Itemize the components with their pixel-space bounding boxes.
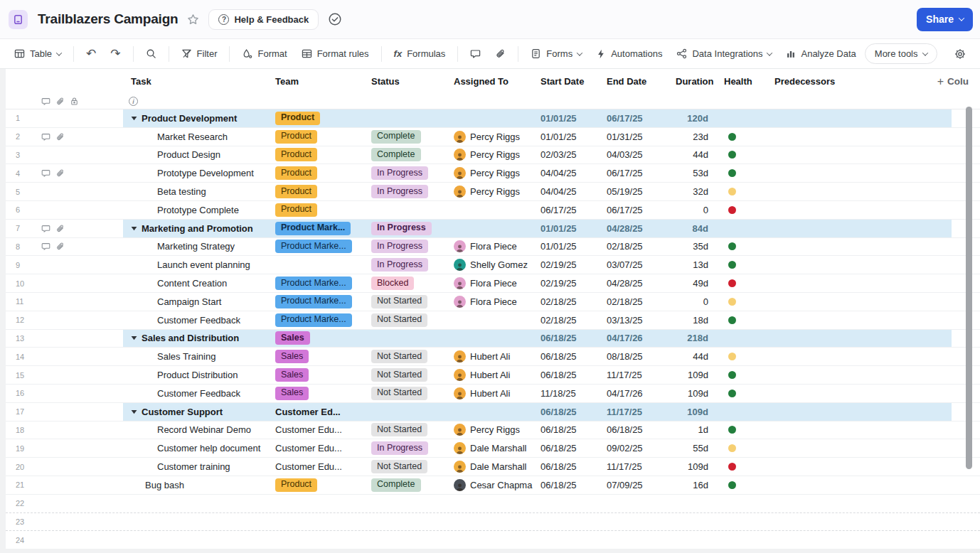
start-date-cell[interactable]: 01/01/25 <box>539 109 605 127</box>
start-date-cell[interactable]: 02/19/25 <box>539 256 605 274</box>
task-cell[interactable]: Customer help document <box>123 439 274 457</box>
start-date-cell[interactable]: 06/18/25 <box>539 422 605 439</box>
assignee-cell[interactable]: Percy Riggs <box>452 164 539 182</box>
search-button[interactable] <box>140 44 162 63</box>
start-date-cell[interactable] <box>539 495 605 512</box>
duration-cell[interactable]: 84d <box>674 220 714 237</box>
assignee-cell[interactable]: Hubert Ali <box>452 366 539 384</box>
assignee-cell[interactable] <box>452 330 539 348</box>
end-date-cell[interactable]: 04/03/25 <box>605 146 674 164</box>
start-date-cell[interactable]: 04/04/25 <box>539 183 605 200</box>
end-date-cell[interactable] <box>605 495 674 512</box>
health-cell[interactable] <box>714 403 757 421</box>
end-date-cell[interactable]: 04/17/26 <box>605 330 674 348</box>
health-cell[interactable] <box>714 109 757 127</box>
row-attachment-icon[interactable] <box>55 224 65 233</box>
status-cell[interactable]: In Progress <box>370 183 452 200</box>
team-cell[interactable]: Product <box>274 183 370 200</box>
status-cell[interactable]: Complete <box>370 476 452 494</box>
task-cell[interactable]: Sales and Distribution <box>123 330 274 348</box>
status-cell[interactable]: In Progress <box>370 439 452 457</box>
health-cell[interactable] <box>714 183 757 200</box>
team-cell[interactable]: Product Marke... <box>274 274 370 292</box>
predecessors-cell[interactable] <box>757 348 828 365</box>
row-attachment-icon[interactable] <box>55 242 65 251</box>
health-cell[interactable] <box>714 164 757 182</box>
team-cell[interactable]: Sales <box>274 348 370 365</box>
help-feedback-button[interactable]: ? Help & Feedback <box>208 9 319 30</box>
start-date-cell[interactable]: 02/18/25 <box>539 293 605 311</box>
duration-cell[interactable] <box>674 495 714 512</box>
predecessors-cell[interactable] <box>757 458 828 476</box>
predecessors-cell[interactable] <box>757 183 828 200</box>
task-cell[interactable]: Content Creation <box>123 274 274 292</box>
duration-cell[interactable]: 16d <box>674 476 714 494</box>
assignee-cell[interactable] <box>452 311 539 329</box>
predecessors-cell[interactable] <box>757 385 828 402</box>
team-cell[interactable]: Sales <box>274 385 370 402</box>
start-date-cell[interactable]: 06/18/25 <box>539 348 605 365</box>
row-comment-icon[interactable] <box>41 224 50 233</box>
row-comment-icon[interactable] <box>41 132 50 141</box>
predecessors-cell[interactable] <box>757 513 828 531</box>
start-date-cell[interactable]: 06/17/25 <box>539 201 605 219</box>
row-number[interactable]: 10 <box>6 274 38 292</box>
predecessors-cell[interactable] <box>757 274 828 292</box>
assignee-cell[interactable] <box>452 495 539 512</box>
status-cell[interactable] <box>370 531 452 549</box>
start-date-cell[interactable]: 06/18/25 <box>539 476 605 494</box>
column-header-start-date[interactable]: Start Date <box>539 76 605 87</box>
status-cell[interactable] <box>370 403 452 421</box>
team-cell[interactable]: Sales <box>274 366 370 384</box>
status-cell[interactable]: Not Started <box>370 422 452 439</box>
start-date-cell[interactable]: 06/18/25 <box>539 366 605 384</box>
predecessors-cell[interactable] <box>757 311 828 329</box>
health-cell[interactable] <box>714 256 757 274</box>
task-cell[interactable] <box>123 495 274 512</box>
row-number[interactable]: 24 <box>6 531 38 549</box>
collapse-caret-icon[interactable] <box>129 409 138 414</box>
share-button[interactable]: Share <box>917 8 973 31</box>
team-cell[interactable]: Product <box>274 128 370 146</box>
team-cell[interactable]: Product Marke... <box>274 311 370 329</box>
more-tools-button[interactable]: More tools <box>865 43 937 64</box>
info-icon[interactable]: i <box>129 97 138 106</box>
status-cell[interactable] <box>370 109 452 127</box>
duration-cell[interactable]: 109d <box>674 385 714 402</box>
status-cell[interactable]: In Progress <box>370 238 452 256</box>
end-date-cell[interactable]: 01/31/25 <box>605 128 674 146</box>
assignee-cell[interactable] <box>452 531 539 549</box>
team-cell[interactable]: Product Marke... <box>274 238 370 256</box>
task-cell[interactable]: Beta testing <box>123 183 274 200</box>
row-number[interactable]: 7 <box>6 220 38 237</box>
end-date-cell[interactable]: 05/19/25 <box>605 183 674 200</box>
assignee-cell[interactable]: Flora Piece <box>452 274 539 292</box>
team-cell[interactable]: Product <box>274 201 370 219</box>
assignee-cell[interactable]: Percy Riggs <box>452 422 539 439</box>
start-date-cell[interactable]: 06/18/25 <box>539 439 605 457</box>
analyze-data-button[interactable]: Analyze Data <box>780 44 861 63</box>
health-cell[interactable] <box>714 238 757 256</box>
team-cell[interactable]: Customer Edu... <box>274 458 370 476</box>
assignee-cell[interactable]: Percy Riggs <box>452 146 539 164</box>
row-number[interactable]: 13 <box>6 330 38 348</box>
assignee-cell[interactable] <box>452 220 539 237</box>
duration-cell[interactable]: 1d <box>674 422 714 439</box>
task-cell[interactable] <box>123 513 274 531</box>
task-cell[interactable]: Product Development <box>123 109 274 127</box>
predecessors-cell[interactable] <box>757 330 828 348</box>
health-cell[interactable] <box>714 128 757 146</box>
status-cell[interactable]: Blocked <box>370 274 452 292</box>
task-cell[interactable]: Customer Support <box>123 403 274 421</box>
assignee-cell[interactable]: Dale Marshall <box>452 458 539 476</box>
row-comment-icon[interactable] <box>41 168 50 178</box>
health-cell[interactable] <box>714 458 757 476</box>
start-date-cell[interactable]: 06/18/25 <box>539 458 605 476</box>
team-cell[interactable]: Sales <box>274 330 370 348</box>
row-number[interactable]: 11 <box>6 293 38 311</box>
task-cell[interactable]: Launch event planning <box>123 256 274 274</box>
row-number[interactable]: 22 <box>6 495 38 512</box>
start-date-cell[interactable]: 02/03/25 <box>539 146 605 164</box>
status-cell[interactable] <box>370 513 452 531</box>
end-date-cell[interactable]: 04/28/25 <box>605 220 674 237</box>
